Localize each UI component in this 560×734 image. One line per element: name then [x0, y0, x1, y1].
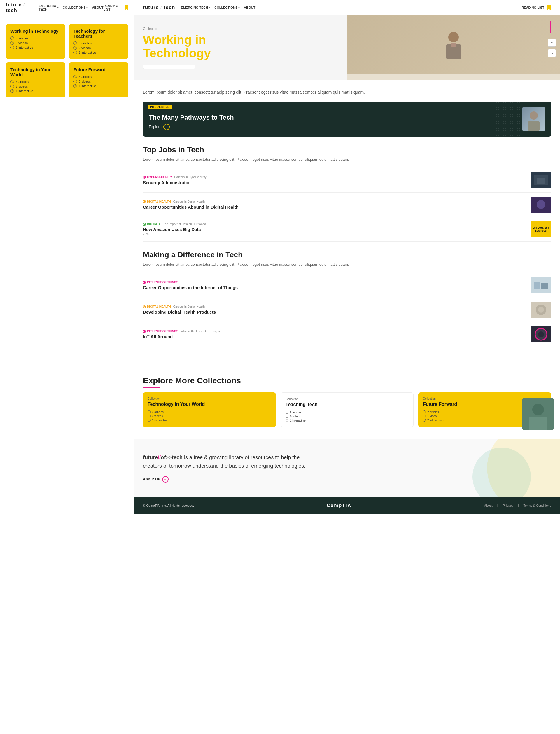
meta-videos-1: ▷ 3 videos [11, 41, 61, 45]
article-icon-2: □ [73, 41, 77, 45]
mini-meta-interactive-2: 1 interactive [286, 419, 409, 422]
svg-rect-4 [528, 121, 540, 131]
explore-card-title-2: Teaching Tech [286, 402, 409, 407]
article-thumb-1 [531, 172, 551, 188]
svg-point-20 [532, 404, 544, 415]
interactive-badge: INTERACTIVE [148, 105, 172, 109]
right-nav-emerging[interactable]: EMERGING TECH ▾ [181, 6, 210, 9]
article-item-digital-health-2[interactable]: DIGITAL HEALTH Careers in Digital Health… [143, 298, 551, 322]
interactive-title: The Many Pathways to Tech [149, 114, 234, 121]
collection-card-world[interactable]: Technology in Your World □ 6 articles ▷ … [6, 62, 65, 97]
footer-promo: future//of>>tech is a free & growing lib… [134, 439, 560, 497]
collection-title-1: Working in Technology [11, 29, 61, 34]
making-diff-heading: Making a Difference in Tech [143, 250, 551, 259]
share-add-button[interactable]: + [548, 39, 556, 47]
mini-meta-videos-2: 0 videos [286, 415, 409, 418]
hero-right [347, 15, 560, 80]
explore-collections-row: Collection Technology in Your World 2 ar… [143, 392, 551, 427]
footer-links: About | Privacy | Terms & Conditions [484, 504, 551, 507]
mini-video-icon-2 [286, 415, 288, 418]
explore-card-world[interactable]: Collection Technology in Your World 2 ar… [143, 392, 276, 427]
article-thumb-6 [531, 326, 551, 342]
explore-card-teaching[interactable]: Collection Teaching Tech 6 articles 0 vi… [281, 392, 414, 427]
collection-card-working[interactable]: Working in Technology □ 5 articles ▷ 3 v… [6, 24, 65, 59]
mini-meta-articles-1: 2 articles [148, 410, 271, 414]
right-logo-tech: tech [164, 5, 175, 10]
footer-link-about[interactable]: About [484, 504, 493, 507]
article-subtitle-2: Careers in Digital Health [173, 200, 205, 203]
tag-dot-5 [143, 305, 146, 308]
meta-videos-4: ▷ 3 videos [73, 80, 124, 83]
share-linkedin-button[interactable]: in [548, 49, 556, 57]
footer-link-privacy[interactable]: Privacy [503, 504, 513, 507]
footer-brand: CompTIA [327, 503, 351, 508]
article-item-security[interactable]: CYBERSECURITY Careers in Cybersecurity S… [143, 168, 551, 193]
article-left-3: BIG DATA The Impact of Data on Our World… [143, 223, 526, 236]
mini-meta-articles-2: 6 articles [286, 411, 409, 414]
about-us-button[interactable]: About Us → [143, 476, 169, 483]
hero-section: Collection Working in Technology + in [134, 15, 560, 80]
meta-interactive-3: ◇ 1 interactive [11, 89, 61, 93]
collection-card-teachers[interactable]: Technology for Teachers □ 3 articles ▷ 2… [69, 24, 128, 59]
collection-card-future[interactable]: Future Forward □ 3 articles ▷ 3 videos ◇… [69, 62, 128, 97]
article-item-iot[interactable]: INTERNET OF THINGS Career Opportunities … [143, 273, 551, 298]
reading-list-label: READING LIST [104, 4, 122, 11]
making-diff-list: INTERNET OF THINGS Career Opportunities … [143, 273, 551, 347]
logo-slash: / [23, 2, 25, 7]
article-thumb-2 [531, 197, 551, 213]
left-panel: future / tech EMERGING TECH ▾ COLLECTION… [0, 0, 134, 734]
article-item-digital-health[interactable]: DIGITAL HEALTH Careers in Digital Health… [143, 193, 551, 217]
article-tag-row-4: INTERNET OF THINGS [143, 281, 526, 284]
article-subtitle-1: Careers in Cybersecurity [174, 176, 207, 179]
footer-divider-1: | [497, 504, 498, 507]
collection-meta-3: □ 6 articles ▷ 2 videos ◇ 1 interactive [11, 80, 61, 93]
article-item-bigdata[interactable]: BIG DATA The Impact of Data on Our World… [143, 217, 551, 242]
article-thumb-4 [531, 277, 551, 293]
tag-dot-3 [143, 223, 146, 226]
hero-search-bar[interactable] [143, 65, 195, 69]
right-nav: future / tech EMERGING TECH ▾ COLLECTION… [134, 0, 560, 15]
svg-point-18 [538, 331, 544, 337]
nav-emerging-tech[interactable]: EMERGING TECH ▾ [39, 4, 59, 11]
svg-point-0 [448, 32, 459, 42]
interactive-thumbnail [522, 107, 545, 131]
logo-tech: tech [6, 8, 17, 13]
svg-rect-12 [541, 283, 548, 289]
logo-future: future [6, 2, 22, 7]
footer-link-terms[interactable]: Terms & Conditions [524, 504, 551, 507]
top-jobs-description: Lorem ipsum dolor sit amet, consectetur … [143, 157, 551, 162]
right-reading-list: READING LIST [521, 6, 544, 9]
article-icon-4: □ [73, 75, 77, 78]
collections-grid: Working in Technology □ 5 articles ▷ 3 v… [6, 24, 128, 97]
article-left-4: INTERNET OF THINGS Career Opportunities … [143, 281, 526, 290]
article-title-4: Career Opportunities in the Internet of … [143, 285, 526, 290]
collection-meta-4: □ 3 articles ▷ 3 videos ◇ 1 interactive [73, 75, 124, 88]
explore-corner-image [522, 398, 554, 430]
article-thumb-5 [531, 302, 551, 318]
hero-title-line2: Technology [143, 46, 211, 60]
svg-point-3 [530, 111, 538, 120]
meta-interactive-2: ◇ 1 interactive [73, 51, 124, 54]
explore-card-title-1: Technology in Your World [148, 401, 271, 407]
video-icon-4: ▷ [73, 80, 77, 83]
right-nav-collections[interactable]: COLLECTIONS ▾ [214, 6, 240, 9]
right-nav-about[interactable]: ABOUT [244, 6, 255, 9]
interactive-icon: ◇ [11, 46, 14, 49]
explore-link[interactable]: Explore → [149, 124, 234, 130]
explore-arrow-icon: → [163, 124, 170, 130]
article-tag-6: INTERNET OF THINGS [143, 330, 178, 333]
hero-description: Lorem ipsum dolor sit amet, consectetur … [143, 89, 551, 95]
about-arrow-icon: → [162, 476, 169, 483]
interactive-card[interactable]: INTERACTIVE The Many Pathways to Tech Ex… [143, 102, 551, 137]
article-tag-row-6: INTERNET OF THINGS What is the Internet … [143, 330, 526, 333]
explore-card-label-1: Collection [148, 397, 271, 400]
nav-about[interactable]: ABOUT [92, 6, 103, 9]
svg-rect-2 [451, 43, 456, 47]
nav-collections[interactable]: COLLECTIONS ▾ [63, 6, 88, 9]
article-title-3: How Amazon Uses Big Data [143, 227, 526, 232]
video-icon: ▷ [11, 41, 14, 45]
bg-blob-yellow [487, 439, 560, 497]
meta-videos-2: ▷ 2 videos [73, 46, 124, 50]
article-item-iot-all[interactable]: INTERNET OF THINGS What is the Internet … [143, 322, 551, 347]
explore-card-label-2: Collection [286, 397, 409, 401]
